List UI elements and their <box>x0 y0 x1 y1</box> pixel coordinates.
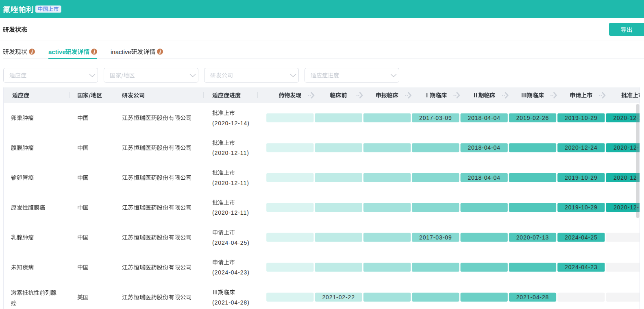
svg-text:active: active <box>48 48 66 55</box>
svg-text:2020-07-13: 2020-07-13 <box>516 234 549 241</box>
svg-text:2021-02-22: 2021-02-22 <box>322 294 355 300</box>
svg-text:(2020-12-14): (2020-12-14) <box>212 120 250 126</box>
svg-text:2019-10-29: 2019-10-29 <box>565 115 598 121</box>
svg-text:2020-12-11: 2020-12-11 <box>614 174 644 181</box>
svg-text:2020-12-11: 2020-12-11 <box>614 144 644 151</box>
svg-text:2019-10-29: 2019-10-29 <box>565 204 598 211</box>
svg-text:(2020-12-11): (2020-12-11) <box>212 209 249 216</box>
svg-text:(2020-12-11): (2020-12-11) <box>212 150 249 156</box>
svg-text:2024-04-25: 2024-04-25 <box>565 234 598 241</box>
svg-text:(2020-12-11): (2020-12-11) <box>212 180 249 186</box>
svg-text:2017-03-09: 2017-03-09 <box>419 115 452 121</box>
svg-text:inactive: inactive <box>111 48 131 55</box>
svg-text:2024-04-23: 2024-04-23 <box>565 264 598 270</box>
svg-text:2018-04-04: 2018-04-04 <box>468 174 500 181</box>
svg-text:(2024-04-25): (2024-04-25) <box>212 239 250 246</box>
svg-text:2018-04-04: 2018-04-04 <box>468 115 500 121</box>
svg-text:2018-04-04: 2018-04-04 <box>468 144 500 151</box>
svg-text:2020-12-24: 2020-12-24 <box>565 144 598 151</box>
svg-text:2019-10-29: 2019-10-29 <box>565 174 598 181</box>
svg-text:2020-12-11: 2020-12-11 <box>614 204 644 211</box>
svg-text:(2024-04-23): (2024-04-23) <box>212 269 250 276</box>
svg-text:2017-03-09: 2017-03-09 <box>419 234 452 241</box>
svg-text:(2021-04-28): (2021-04-28) <box>212 299 250 306</box>
svg-text:2020-12-14: 2020-12-14 <box>613 115 644 121</box>
svg-text:2019-02-26: 2019-02-26 <box>516 115 549 121</box>
svg-text:2021-04-28: 2021-04-28 <box>516 294 549 300</box>
